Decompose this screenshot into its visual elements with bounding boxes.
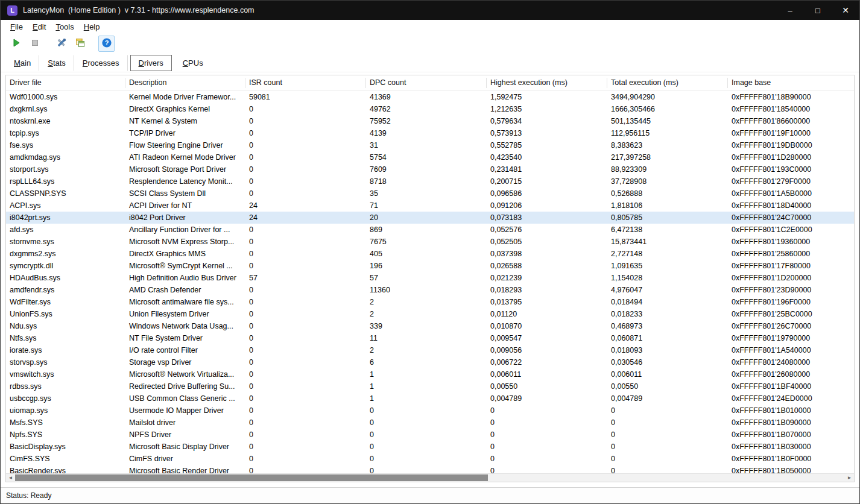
menu-file[interactable]: File xyxy=(5,21,28,33)
table-row[interactable]: WdFilter.sysMicrosoft antimalware file s… xyxy=(6,296,854,308)
scroll-right-arrow-icon[interactable]: ► xyxy=(845,474,854,482)
table-row[interactable]: UnionFS.sysUnion Filesystem Driver020,01… xyxy=(6,308,854,320)
table-row[interactable]: Npfs.SYSNPFS Driver00000xFFFFF801'1B0700… xyxy=(6,429,854,441)
table-row[interactable]: rdbss.sysRedirected Drive Buffering Su..… xyxy=(6,380,854,392)
maximize-button[interactable]: □ xyxy=(804,1,832,20)
close-button[interactable]: ✕ xyxy=(832,1,859,20)
table-cell: 0,231481 xyxy=(487,165,607,174)
table-row[interactable]: Wdf01000.sysKernel Mode Driver Framewor.… xyxy=(6,91,854,103)
table-cell: fse.sys xyxy=(6,141,125,150)
column-header-driver-file[interactable]: Driver file xyxy=(6,78,125,88)
table-row[interactable]: i8042prt.sysi8042 Port Driver24200,07318… xyxy=(6,212,854,224)
table-row[interactable]: storvsp.sysStorage vsp Driver060,0067220… xyxy=(6,356,854,368)
table-cell: 0 xyxy=(245,443,366,451)
title-bar: L LatencyMon (Home Edition ) v 7.31 - ht… xyxy=(1,1,859,20)
table-cell: 0xFFFFF801'1B0F0000 xyxy=(728,455,854,463)
table-row[interactable]: fse.sysFlow Steering Engine Driver0310,5… xyxy=(6,139,854,151)
table-row[interactable]: rspLLL64.sysResplendence Latency Monit..… xyxy=(6,175,854,187)
table-cell: 0 xyxy=(245,189,366,198)
column-header-dpc-count[interactable]: DPC count xyxy=(366,78,487,88)
table-cell: 0,021239 xyxy=(487,274,607,282)
table-row[interactable]: BasicDisplay.sysMicrosoft Basic Display … xyxy=(6,441,854,453)
table-cell: i8042 Port Driver xyxy=(125,213,245,222)
table-row[interactable]: iorate.sysI/O rate control Filter020,009… xyxy=(6,344,854,356)
column-header-total-execution[interactable]: Total execution (ms) xyxy=(607,78,728,88)
start-monitor-button[interactable] xyxy=(8,36,24,52)
table-cell: 0xFFFFF801'24C70000 xyxy=(728,213,854,222)
table-row[interactable]: CimFS.SYSCimFS driver00000xFFFFF801'1B0F… xyxy=(6,453,854,465)
table-row[interactable]: afd.sysAncillary Function Driver for ...… xyxy=(6,224,854,236)
table-row[interactable]: Msfs.SYSMailslot driver00000xFFFFF801'1B… xyxy=(6,417,854,429)
table-cell: 7675 xyxy=(366,238,487,246)
table-cell: Npfs.SYS xyxy=(6,430,125,439)
tab-drivers[interactable]: Drivers xyxy=(130,55,172,71)
table-row[interactable]: usbccgp.sysUSB Common Class Generic ...0… xyxy=(6,392,854,405)
table-cell: Flow Steering Engine Driver xyxy=(125,141,245,150)
table-cell: 0 xyxy=(245,467,366,473)
table-cell: 0,073183 xyxy=(487,213,607,222)
table-cell: 0,010870 xyxy=(487,322,607,330)
table-row[interactable]: amdkmdag.sysATI Radeon Kernel Mode Drive… xyxy=(6,151,854,163)
table-cell: 11 xyxy=(366,334,487,342)
tab-cpus[interactable]: CPUs xyxy=(174,55,212,71)
column-header-highest-execution[interactable]: Highest execution (ms) xyxy=(487,78,607,88)
table-row[interactable]: uiomap.sysUsermode IO Mapper Driver00000… xyxy=(6,405,854,417)
table-row[interactable]: ACPI.sysACPI Driver for NT24710,0912061,… xyxy=(6,200,854,212)
table-cell: 0xFFFFF801'26080000 xyxy=(728,370,854,379)
horizontal-scrollbar[interactable]: ◄ ► xyxy=(6,473,854,482)
stop-icon xyxy=(30,38,40,49)
table-cell: Kernel Mode Driver Framewor... xyxy=(125,93,245,101)
table-cell: Ndu.sys xyxy=(6,322,125,330)
scroll-left-arrow-icon[interactable]: ◄ xyxy=(6,474,15,482)
column-header-isr-count[interactable]: ISR count xyxy=(245,78,366,88)
table-row[interactable]: dxgkrnl.sysDirectX Graphics Kernel049762… xyxy=(6,103,854,115)
table-cell: 0xFFFFF801'1B030000 xyxy=(728,443,854,451)
table-row[interactable]: tcpip.sysTCP/IP Driver041390,573913112,9… xyxy=(6,127,854,139)
copy-report-button[interactable] xyxy=(72,36,88,52)
table-cell: Mailslot driver xyxy=(125,418,245,427)
menu-tools[interactable]: Tools xyxy=(51,21,78,33)
table-cell: 0 xyxy=(245,225,366,234)
minimize-button[interactable]: – xyxy=(776,1,804,20)
driver-table-rows: Wdf01000.sysKernel Mode Driver Framewor.… xyxy=(6,91,854,473)
table-cell: 0 xyxy=(245,117,366,125)
table-row[interactable]: amdfendr.sysAMD Crash Defender0113600,01… xyxy=(6,284,854,296)
menu-edit[interactable]: Edit xyxy=(28,21,51,33)
table-row[interactable]: Ntfs.sysNT File System Driver0110,009547… xyxy=(6,332,854,344)
tab-stats[interactable]: Stats xyxy=(39,55,74,71)
table-cell: 0xFFFFF801'86600000 xyxy=(728,117,854,125)
table-cell: Ntfs.sys xyxy=(6,334,125,342)
column-header-image-base[interactable]: Image base xyxy=(728,78,854,88)
table-row[interactable]: symcryptk.dllMicrosoft® SymCrypt Kernel … xyxy=(6,260,854,272)
table-cell: Msfs.SYS xyxy=(6,418,125,427)
table-row[interactable]: vmswitch.sysMicrosoft® Network Virtualiz… xyxy=(6,368,854,380)
menu-help[interactable]: Help xyxy=(79,21,105,33)
table-row[interactable]: dxgmms2.sysDirectX Graphics MMS04050,037… xyxy=(6,248,854,260)
table-cell: 1,818106 xyxy=(607,201,728,210)
tab-main[interactable]: Main xyxy=(5,55,39,71)
table-cell: 75952 xyxy=(366,117,487,125)
tools-button[interactable] xyxy=(53,36,69,52)
help-button[interactable]: ? xyxy=(98,36,115,52)
table-row[interactable]: BasicRender.sysMicrosoft Basic Render Dr… xyxy=(6,465,854,473)
tab-processes[interactable]: Processes xyxy=(74,55,128,71)
table-cell: 0,018494 xyxy=(607,298,728,306)
table-cell: 0 xyxy=(245,358,366,367)
table-row[interactable]: CLASSPNP.SYSSCSI Class System Dll0350,09… xyxy=(6,187,854,200)
table-row[interactable]: Ndu.sysWindows Network Data Usag...03390… xyxy=(6,320,854,332)
table-row[interactable]: stornvme.sysMicrosoft NVM Express Storp.… xyxy=(6,236,854,248)
table-cell: rdbss.sys xyxy=(6,382,125,391)
table-cell: stornvme.sys xyxy=(6,238,125,246)
table-cell: 0,018293 xyxy=(487,286,607,294)
table-cell: 2,727148 xyxy=(607,250,728,258)
table-cell: 0 xyxy=(487,418,607,427)
stop-monitor-button[interactable] xyxy=(27,36,43,52)
column-header-description[interactable]: Description xyxy=(125,78,245,88)
table-row[interactable]: storport.sysMicrosoft Storage Port Drive… xyxy=(6,163,854,175)
table-cell: 0,018093 xyxy=(607,346,728,354)
table-row[interactable]: ntoskrnl.exeNT Kernel & System0759520,57… xyxy=(6,115,854,127)
scrollbar-thumb[interactable] xyxy=(15,474,488,481)
table-row[interactable]: HDAudBus.sysHigh Definition Audio Bus Dr… xyxy=(6,272,854,284)
table-cell: 0xFFFFF801'26C70000 xyxy=(728,322,854,330)
scrollbar-track[interactable] xyxy=(15,474,845,482)
